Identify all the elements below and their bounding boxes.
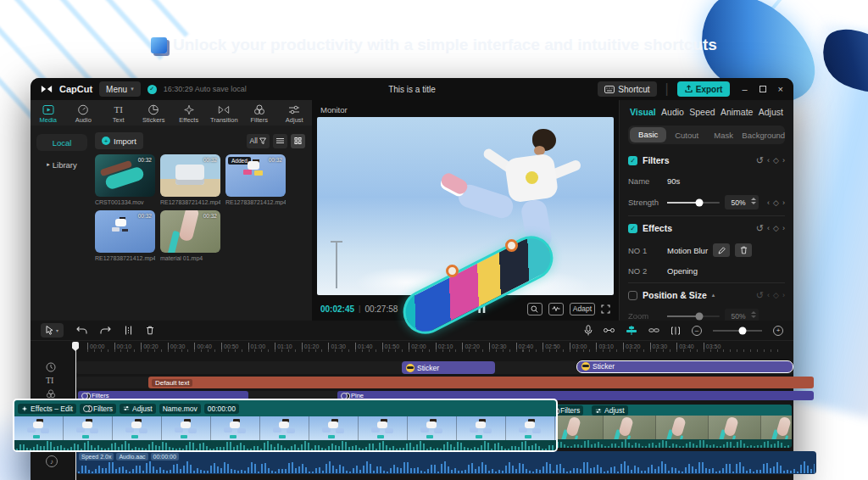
tab-audio-inspector[interactable]: Audio: [661, 107, 684, 117]
filters-badge[interactable]: Filters: [80, 404, 116, 414]
badge-label: Filters: [93, 405, 113, 413]
text-clip[interactable]: Default text: [148, 377, 814, 388]
keyframe-prev-icon[interactable]: ‹: [767, 224, 770, 232]
zoom-property-slider[interactable]: [667, 315, 720, 317]
media-item[interactable]: 00:32 CRST001334.mov: [95, 154, 155, 205]
sticker-clip-selected[interactable]: Sticker: [576, 360, 793, 373]
split-icon[interactable]: [124, 326, 133, 335]
menu-button[interactable]: Menu ▾: [99, 81, 141, 97]
badge-label: 00:00:00: [208, 405, 236, 413]
filter-all-button[interactable]: All: [247, 134, 270, 148]
fullscreen-icon[interactable]: [601, 304, 610, 314]
media-thumbnail[interactable]: 00:32: [95, 210, 155, 253]
waveform-bar: [641, 471, 643, 473]
tab-transition[interactable]: Transition: [207, 103, 242, 124]
preview-axis-icon[interactable]: [626, 326, 637, 335]
sidebar-item-library[interactable]: ▸ Library: [36, 156, 87, 173]
redo-icon[interactable]: [100, 326, 111, 335]
undo-icon[interactable]: [76, 326, 87, 335]
subtab-background[interactable]: Background: [742, 131, 785, 140]
split-clip-icon[interactable]: [670, 327, 681, 335]
tab-adjust[interactable]: Adjust: [277, 103, 313, 124]
waveform-bar: [773, 466, 775, 473]
sidebar-item-local[interactable]: Local: [36, 134, 87, 151]
tab-animate[interactable]: Animate: [721, 107, 754, 117]
subtab-mask[interactable]: Mask: [705, 131, 742, 140]
list-view-button[interactable]: [273, 134, 287, 148]
strength-slider[interactable]: [667, 202, 720, 204]
keyframe-next-icon[interactable]: ›: [782, 224, 785, 232]
keyframe-diamond-icon[interactable]: ◇: [773, 156, 779, 165]
link-icon[interactable]: [648, 327, 659, 334]
zoom-out-icon[interactable]: –: [692, 326, 702, 336]
media-item[interactable]: 00:32 RE127838721412.mp4: [160, 154, 220, 205]
subtab-basic[interactable]: Basic: [630, 127, 666, 142]
media-item[interactable]: Added 00:32 RE127838721412.mp4: [225, 154, 286, 205]
tab-audio[interactable]: Audio: [66, 103, 102, 124]
timeline-zoom-slider[interactable]: [713, 330, 762, 332]
audio-clip[interactable]: Speed 2.0x Audio.aac 00:00:00: [76, 451, 816, 474]
grid-view-button[interactable]: [291, 134, 305, 148]
export-button[interactable]: Export: [677, 81, 731, 97]
delete-effect-button[interactable]: [735, 243, 752, 257]
tab-filters[interactable]: Filters: [242, 103, 277, 124]
media-thumbnail[interactable]: 00:32: [160, 210, 220, 253]
import-button[interactable]: + Import: [95, 132, 143, 149]
select-tool-button[interactable]: ▾: [41, 323, 64, 338]
media-item[interactable]: 00:32 RE127838721412.mp4: [95, 210, 155, 261]
waveform-bar: [332, 466, 334, 473]
tab-visual[interactable]: Visual: [630, 107, 656, 117]
tab-stickers[interactable]: Stickers: [136, 103, 172, 124]
adapt-button[interactable]: Adapt: [570, 303, 595, 315]
tab-text[interactable]: TI Text: [101, 103, 136, 124]
zoom-value-box[interactable]: 50%: [725, 309, 759, 321]
tab-adjust-inspector[interactable]: Adjust: [759, 107, 783, 117]
waveform-bar: [342, 466, 344, 473]
keyframe-next-icon[interactable]: ›: [782, 156, 785, 165]
selected-video-clip-overlay[interactable]: Effects – Edit Filters Adjust Name.mov 0…: [13, 399, 558, 452]
waveform-bar: [33, 447, 35, 450]
timeline-ruler[interactable]: 00:0000:1000:2000:3000:4000:5001:0001:10…: [76, 342, 793, 354]
reset-icon[interactable]: ↺: [756, 223, 764, 234]
media-item[interactable]: 00:32 material 01.mp4: [160, 210, 220, 261]
minimize-button[interactable]: –: [742, 84, 747, 94]
edit-effect-button[interactable]: [713, 243, 730, 257]
waveform-bar: [729, 464, 731, 473]
waveform-bar: [545, 449, 547, 450]
delete-icon[interactable]: [146, 326, 154, 335]
strength-value-box[interactable]: 50%: [725, 195, 759, 209]
stepper-icon[interactable]: [751, 198, 756, 204]
zoom-in-icon[interactable]: +: [773, 326, 783, 336]
tab-effects[interactable]: Effects: [171, 103, 207, 124]
position-size-checkbox[interactable]: [628, 291, 637, 300]
keyframe-diamond-icon[interactable]: ◇: [773, 224, 779, 232]
media-thumbnail[interactable]: 00:32: [95, 154, 155, 197]
keyframe-next-icon[interactable]: ›: [782, 198, 785, 207]
tab-speed[interactable]: Speed: [689, 107, 715, 117]
adjust-badge[interactable]: Adjust: [120, 404, 156, 414]
collapse-icon[interactable]: ▴: [712, 292, 715, 299]
waveform-bar: [450, 444, 452, 450]
effects-checkbox[interactable]: ✓: [628, 224, 637, 233]
waveform-bar: [474, 447, 476, 450]
sticker-clip[interactable]: Sticker: [402, 361, 495, 374]
keyframe-prev-icon[interactable]: ‹: [767, 198, 770, 207]
close-button[interactable]: ×: [778, 84, 783, 94]
tab-media[interactable]: Media: [31, 103, 66, 124]
media-thumbnail[interactable]: Added 00:32: [225, 154, 286, 197]
filters-checkbox[interactable]: ✓: [628, 156, 637, 165]
keyframe-diamond-icon[interactable]: ◇: [773, 198, 779, 207]
snap-icon[interactable]: [604, 327, 615, 334]
media-thumbnail[interactable]: 00:32: [160, 154, 220, 197]
keyframe-prev-icon[interactable]: ‹: [767, 156, 770, 165]
mic-icon[interactable]: [584, 325, 593, 336]
maximize-button[interactable]: [760, 86, 766, 92]
waveform-bar: [180, 469, 181, 473]
filter-name-value[interactable]: 90s: [667, 176, 680, 186]
inspector-panel: Visual Audio Speed Animate Adjust Basic …: [619, 100, 793, 321]
subtab-cutout[interactable]: Cutout: [668, 131, 704, 140]
effects-edit-badge[interactable]: Effects – Edit: [18, 404, 76, 414]
shortcut-button[interactable]: Shortcut: [598, 81, 656, 97]
current-time: 00:02:45: [320, 304, 354, 314]
reset-icon[interactable]: ↺: [756, 155, 764, 166]
